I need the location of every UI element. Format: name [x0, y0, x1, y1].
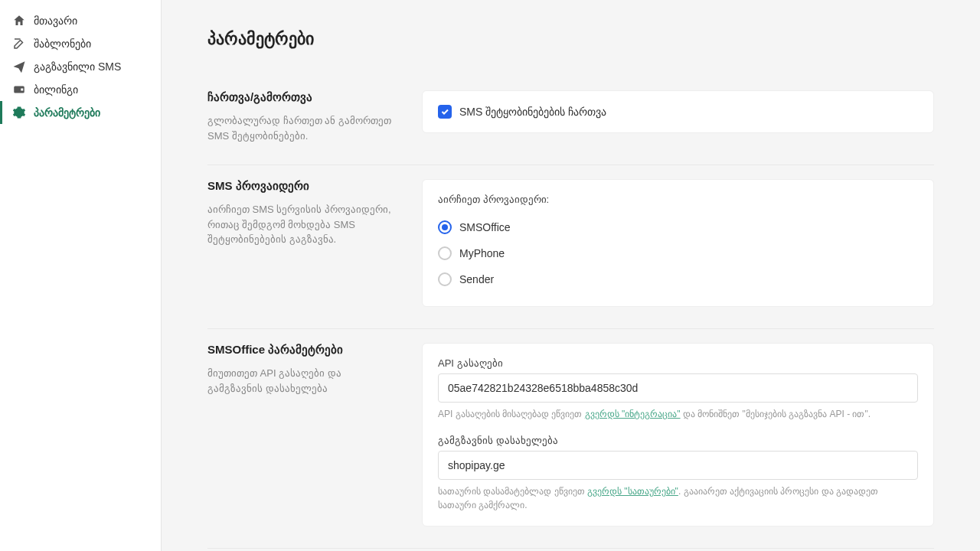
- radio-label: Sender: [459, 273, 494, 285]
- api-key-label: API გასაღები: [438, 357, 918, 369]
- radio-icon: [438, 246, 452, 260]
- radio-label: SMSOffice: [459, 221, 511, 233]
- radio-icon: [438, 220, 452, 234]
- section-header: ჩართვა/გამორთვა გლობალურად ჩართეთ ან გამ…: [207, 90, 391, 143]
- sidebar-item-label: მთავარი: [34, 15, 77, 27]
- sender-name-input[interactable]: [438, 451, 918, 480]
- sidebar-item-label: გაგზავნილი SMS: [34, 60, 121, 73]
- page-title: პარამეტრები: [207, 29, 934, 49]
- section-title: ჩართვა/გამორთვა: [207, 90, 391, 104]
- sidebar-item-home[interactable]: მთავარი: [0, 9, 161, 32]
- sidebar-item-label: ბილინგი: [34, 83, 78, 96]
- sidebar-item-templates[interactable]: შაბლონები: [0, 32, 161, 55]
- section-toggle: ჩართვა/გამორთვა გლობალურად ჩართეთ ან გამ…: [207, 77, 934, 165]
- section-header: SMSOffice პარამეტრები მიუთითეთ API გასაღ…: [207, 343, 391, 527]
- sender-name-field: გამგზავნის დასახელება სათაურის დასამატებ…: [438, 435, 918, 512]
- svg-rect-1: [21, 89, 23, 91]
- section-header: SMS პროვაიდერი აირჩიეთ SMS სერვისის პროვ…: [207, 179, 391, 307]
- sidebar: მთავარი შაბლონები გაგზავნილი SMS ბილინგი…: [0, 0, 162, 551]
- enable-sms-checkbox-row[interactable]: SMS შეტყობინებების ჩართვა: [438, 105, 918, 119]
- gear-icon: [12, 106, 26, 119]
- sidebar-item-label: პარამეტრები: [34, 106, 100, 119]
- section-smsoffice: SMSOffice პარამეტრები მიუთითეთ API გასაღ…: [207, 329, 934, 549]
- radio-label: MyPhone: [459, 247, 505, 259]
- radio-icon: [438, 272, 452, 286]
- sender-name-hint: სათაურის დასამატებლად ეწვიეთ გვერდს "სათ…: [438, 484, 918, 512]
- section-title: SMSOffice პარამეტრები: [207, 343, 391, 357]
- section-desc: გლობალურად ჩართეთ ან გამორთეთ SMS შეტყობ…: [207, 113, 391, 143]
- api-key-field: API გასაღები API გასაღების მისაღებად ეწვ…: [438, 357, 918, 421]
- api-key-input[interactable]: [438, 373, 918, 403]
- smsoffice-card: API გასაღები API გასაღების მისაღებად ეწვ…: [422, 343, 934, 527]
- provider-option-myphone[interactable]: MyPhone: [438, 240, 918, 266]
- send-icon: [12, 60, 26, 73]
- toggle-card: SMS შეტყობინებების ჩართვა: [422, 90, 934, 133]
- home-icon: [12, 14, 26, 28]
- enable-sms-checkbox[interactable]: [438, 105, 452, 119]
- sidebar-item-sent-sms[interactable]: გაგზავნილი SMS: [0, 55, 161, 78]
- section-desc: აირჩიეთ SMS სერვისის პროვაიდერი, რითაც შ…: [207, 202, 391, 247]
- sidebar-item-settings[interactable]: პარამეტრები: [0, 101, 161, 124]
- sender-name-label: გამგზავნის დასახელება: [438, 435, 918, 446]
- choose-provider-label: აირჩიეთ პროვაიდერი:: [438, 194, 918, 205]
- titles-link[interactable]: გვერდს "სათაურები": [587, 486, 678, 497]
- wallet-icon: [12, 83, 26, 96]
- provider-option-sender[interactable]: Sender: [438, 266, 918, 292]
- sidebar-item-label: შაბლონები: [34, 37, 91, 50]
- edit-icon: [12, 37, 26, 51]
- provider-card: აირჩიეთ პროვაიდერი: SMSOffice MyPhone Se…: [422, 179, 934, 307]
- sidebar-item-billing[interactable]: ბილინგი: [0, 78, 161, 101]
- integration-link[interactable]: გვერდს "ინტეგრაცია": [585, 409, 681, 419]
- checkbox-label: SMS შეტყობინებების ჩართვა: [459, 106, 606, 118]
- provider-option-smsoffice[interactable]: SMSOffice: [438, 214, 918, 240]
- main-content: პარამეტრები ჩართვა/გამორთვა გლობალურად ჩ…: [162, 0, 980, 551]
- api-key-hint: API გასაღების მისაღებად ეწვიეთ გვერდს "ი…: [438, 407, 918, 421]
- section-desc: მიუთითეთ API გასაღები და გამგზავნის დასა…: [207, 366, 391, 396]
- section-provider: SMS პროვაიდერი აირჩიეთ SMS სერვისის პროვ…: [207, 165, 934, 329]
- section-title: SMS პროვაიდერი: [207, 179, 391, 193]
